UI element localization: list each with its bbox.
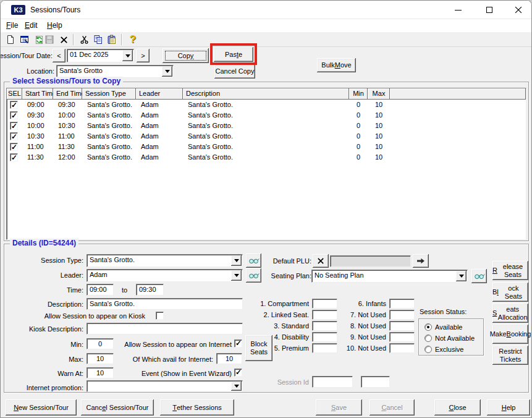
- status-option-label[interactable]: Not Available: [435, 335, 475, 342]
- kiosk-checkbox[interactable]: [156, 312, 164, 320]
- status-radio-exclusive[interactable]: [424, 346, 432, 353]
- location-combobox[interactable]: Santa's Grotto: [56, 65, 174, 78]
- row-checkbox[interactable]: [10, 132, 18, 140]
- table-row[interactable]: 10:30 11:00 Santa's Grotto. Adam Santa's…: [7, 131, 526, 142]
- minimize-button[interactable]: [444, 1, 472, 19]
- seat-class-field[interactable]: [312, 321, 337, 331]
- seat-class-field[interactable]: [389, 310, 415, 320]
- save-button[interactable]: Save: [316, 399, 362, 416]
- cancel-copy-button[interactable]: Cancel Copy: [214, 64, 255, 79]
- row-checkbox[interactable]: [10, 122, 18, 130]
- max-field[interactable]: 10: [87, 353, 114, 364]
- default-plu-clear-button[interactable]: [313, 254, 329, 268]
- help-button[interactable]: Help: [487, 399, 530, 416]
- min-field[interactable]: 0: [87, 338, 114, 349]
- release-seats-button[interactable]: Release Seats: [492, 261, 528, 280]
- session-id-field-1[interactable]: [312, 376, 353, 388]
- session-type-lookup-button[interactable]: [246, 254, 261, 268]
- seat-class-field[interactable]: [389, 343, 415, 353]
- table-row[interactable]: 10:00 10:30 Santa's Grotto. Adam Santa's…: [7, 121, 526, 131]
- column-header-description[interactable]: Description: [183, 88, 349, 100]
- default-plu-select-button[interactable]: [413, 254, 429, 268]
- date-prev-button[interactable]: <: [53, 49, 65, 62]
- bulk-move-button[interactable]: Bulk Move: [317, 58, 356, 72]
- maximize-button[interactable]: [475, 1, 503, 19]
- location-dropdown-button[interactable]: [162, 66, 172, 77]
- column-header-leader[interactable]: Leader: [136, 88, 183, 100]
- column-header-max[interactable]: Max: [368, 88, 390, 100]
- seating-plan-dropdown-button[interactable]: [456, 271, 467, 281]
- column-header-end[interactable]: End Time: [53, 88, 82, 100]
- column-header-start[interactable]: Start Time: [22, 88, 53, 100]
- seat-class-field[interactable]: [312, 310, 337, 320]
- paste-icon[interactable]: [105, 33, 119, 46]
- status-option-label[interactable]: Exclusive: [435, 346, 463, 353]
- internet-avail-field[interactable]: 10: [216, 353, 242, 364]
- seating-plan-lookup-button[interactable]: [471, 269, 487, 283]
- time-from-field[interactable]: 09:00: [87, 284, 114, 296]
- seat-class-label: 3. Standard: [274, 322, 309, 330]
- menu-edit[interactable]: Edit: [23, 20, 40, 31]
- warn-at-field[interactable]: 10: [87, 367, 114, 378]
- date-combobox[interactable]: 01 Dec 2025: [67, 49, 134, 62]
- restrict-tickets-button[interactable]: Restrict Tickets: [492, 346, 528, 365]
- new-document-icon[interactable]: [4, 33, 17, 46]
- copy-icon[interactable]: [91, 33, 105, 46]
- table-row[interactable]: 11:00 11:30 Santa's Grotto. Adam Santa's…: [7, 142, 526, 152]
- leader-lookup-button[interactable]: [246, 268, 261, 283]
- seat-class-field[interactable]: [389, 332, 415, 342]
- internet-promotion-combobox[interactable]: [87, 380, 243, 392]
- cancel-button[interactable]: Cancel: [369, 399, 415, 416]
- menu-help[interactable]: Help: [45, 20, 64, 31]
- row-checkbox[interactable]: [10, 101, 18, 109]
- seat-class-field[interactable]: [312, 332, 337, 342]
- block-seats-middle-button[interactable]: Block Seats: [245, 335, 272, 361]
- status-option-label[interactable]: Available: [435, 323, 462, 331]
- table-row[interactable]: 11:30 12:00 Santa's Grotto. Adam Santa's…: [7, 152, 526, 163]
- new-session-tour-button[interactable]: New Session/Tour: [6, 399, 77, 416]
- copy-button[interactable]: Copy: [163, 48, 209, 63]
- row-checkbox[interactable]: [10, 111, 18, 119]
- seat-class-field[interactable]: [389, 321, 415, 331]
- save-icon[interactable]: [43, 33, 56, 46]
- column-header-sel[interactable]: SEL: [7, 88, 22, 100]
- seat-class-field[interactable]: [389, 299, 415, 309]
- internet-checkbox[interactable]: [234, 339, 242, 348]
- calendar-edit-icon[interactable]: [18, 33, 32, 46]
- close-button-footer[interactable]: Close: [434, 399, 481, 416]
- seats-allocation-button[interactable]: Seats Allocation: [492, 304, 528, 323]
- kiosk-description-field[interactable]: [87, 323, 243, 335]
- seating-plan-combobox[interactable]: No Seating Plan: [311, 270, 468, 283]
- internet-promotion-dropdown-button[interactable]: [231, 382, 242, 391]
- seat-class-field[interactable]: [312, 343, 337, 353]
- help-icon[interactable]: ?: [126, 33, 140, 46]
- seat-class-field[interactable]: [312, 299, 337, 309]
- column-header-type[interactable]: Session Type: [82, 88, 136, 100]
- cut-icon[interactable]: [77, 33, 91, 46]
- column-header-min[interactable]: Min: [349, 88, 368, 100]
- status-radio-not-available[interactable]: [424, 335, 432, 342]
- close-button[interactable]: [504, 1, 532, 19]
- event-checkbox[interactable]: [234, 369, 242, 377]
- date-dropdown-button[interactable]: [122, 50, 133, 61]
- block-seats-button[interactable]: Block Seats: [492, 283, 528, 302]
- tether-sessions-button[interactable]: Tether Sessions: [160, 399, 234, 416]
- leader-combobox[interactable]: Adam: [87, 269, 243, 282]
- paste-button[interactable]: Paste: [214, 47, 253, 62]
- row-checkbox[interactable]: [10, 153, 18, 161]
- table-row[interactable]: 09:30 10:00 Santa's Grotto. Adam Santa's…: [7, 110, 526, 121]
- description-field[interactable]: Santa's Grotto.: [87, 298, 243, 310]
- cancel-session-tour-button[interactable]: Cancel Session/Tour: [81, 399, 154, 416]
- status-radio-available[interactable]: [424, 323, 432, 331]
- date-next-button[interactable]: >: [137, 49, 150, 62]
- menu-file[interactable]: File: [4, 20, 20, 31]
- row-checkbox[interactable]: [10, 143, 18, 151]
- make-booking-button[interactable]: Make Booking: [492, 325, 528, 344]
- table-row[interactable]: 09:00 09:30 Santa's Grotto. Adam Santa's…: [7, 100, 526, 110]
- delete-icon[interactable]: [57, 33, 70, 46]
- leader-dropdown-button[interactable]: [231, 270, 242, 281]
- session-id-field-2[interactable]: [361, 376, 390, 388]
- session-type-combobox[interactable]: Santa's Grotto.: [87, 254, 243, 267]
- session-type-dropdown-button[interactable]: [231, 255, 242, 266]
- time-to-field[interactable]: 09:30: [136, 284, 164, 296]
